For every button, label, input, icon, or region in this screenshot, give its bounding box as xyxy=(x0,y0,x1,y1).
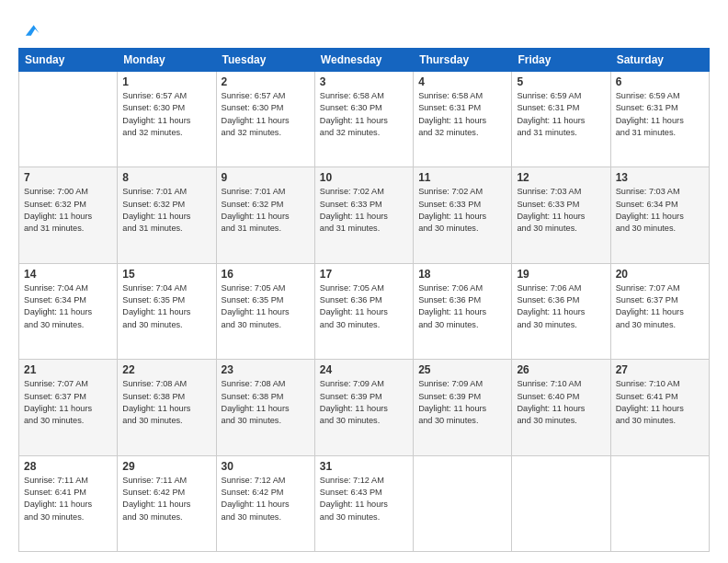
day-info: Sunrise: 7:11 AM Sunset: 6:42 PM Dayligh… xyxy=(122,475,210,523)
day-info: Sunrise: 7:05 AM Sunset: 6:36 PM Dayligh… xyxy=(320,282,408,331)
day-number: 19 xyxy=(517,268,605,281)
week-row-1: 1Sunrise: 6:57 AM Sunset: 6:30 PM Daylig… xyxy=(19,72,710,167)
day-cell: 31Sunrise: 7:12 AM Sunset: 6:43 PM Dayli… xyxy=(314,455,413,551)
day-number: 15 xyxy=(122,268,210,281)
day-number: 12 xyxy=(517,171,605,184)
day-number: 31 xyxy=(320,460,408,473)
day-cell: 9Sunrise: 7:01 AM Sunset: 6:32 PM Daylig… xyxy=(216,167,314,263)
day-number: 26 xyxy=(517,363,605,376)
day-info: Sunrise: 7:12 AM Sunset: 6:43 PM Dayligh… xyxy=(320,475,408,523)
day-info: Sunrise: 7:05 AM Sunset: 6:35 PM Dayligh… xyxy=(222,282,310,331)
day-info: Sunrise: 6:58 AM Sunset: 6:30 PM Dayligh… xyxy=(320,90,408,139)
day-cell: 13Sunrise: 7:03 AM Sunset: 6:34 PM Dayli… xyxy=(610,167,709,263)
day-cell: 20Sunrise: 7:07 AM Sunset: 6:37 PM Dayli… xyxy=(610,263,709,359)
day-number: 5 xyxy=(517,75,605,88)
day-number: 3 xyxy=(320,75,408,88)
day-number: 18 xyxy=(418,268,506,281)
day-number: 13 xyxy=(616,171,704,184)
day-cell: 21Sunrise: 7:07 AM Sunset: 6:37 PM Dayli… xyxy=(19,360,118,455)
day-info: Sunrise: 7:09 AM Sunset: 6:39 PM Dayligh… xyxy=(418,378,506,427)
day-number: 24 xyxy=(320,363,408,376)
day-info: Sunrise: 7:10 AM Sunset: 6:41 PM Dayligh… xyxy=(616,378,704,427)
page: SundayMondayTuesdayWednesdayThursdayFrid… xyxy=(0,0,728,563)
day-cell: 17Sunrise: 7:05 AM Sunset: 6:36 PM Dayli… xyxy=(314,263,413,359)
day-cell: 14Sunrise: 7:04 AM Sunset: 6:34 PM Dayli… xyxy=(19,263,118,359)
day-header-thursday: Thursday xyxy=(414,49,512,72)
day-number: 14 xyxy=(24,268,112,281)
header xyxy=(18,17,710,40)
day-info: Sunrise: 7:01 AM Sunset: 6:32 PM Dayligh… xyxy=(122,186,210,235)
day-info: Sunrise: 6:58 AM Sunset: 6:31 PM Dayligh… xyxy=(418,90,506,139)
day-header-monday: Monday xyxy=(118,49,216,72)
day-info: Sunrise: 7:11 AM Sunset: 6:41 PM Dayligh… xyxy=(24,475,112,523)
day-number: 22 xyxy=(122,363,210,376)
week-row-2: 7Sunrise: 7:00 AM Sunset: 6:32 PM Daylig… xyxy=(19,167,710,263)
day-cell: 29Sunrise: 7:11 AM Sunset: 6:42 PM Dayli… xyxy=(118,455,216,551)
day-info: Sunrise: 7:06 AM Sunset: 6:36 PM Dayligh… xyxy=(517,282,605,331)
day-header-friday: Friday xyxy=(512,49,610,72)
logo xyxy=(18,20,40,40)
day-header-saturday: Saturday xyxy=(610,49,709,72)
day-cell: 16Sunrise: 7:05 AM Sunset: 6:35 PM Dayli… xyxy=(216,263,314,359)
svg-marker-0 xyxy=(26,25,40,36)
day-number: 28 xyxy=(24,460,112,473)
day-cell: 19Sunrise: 7:06 AM Sunset: 6:36 PM Dayli… xyxy=(512,263,610,359)
header-row: SundayMondayTuesdayWednesdayThursdayFrid… xyxy=(19,49,710,72)
day-cell: 2Sunrise: 6:57 AM Sunset: 6:30 PM Daylig… xyxy=(216,72,314,167)
day-cell: 12Sunrise: 7:03 AM Sunset: 6:33 PM Dayli… xyxy=(512,167,610,263)
day-cell: 7Sunrise: 7:00 AM Sunset: 6:32 PM Daylig… xyxy=(19,167,118,263)
day-info: Sunrise: 7:06 AM Sunset: 6:36 PM Dayligh… xyxy=(418,282,506,331)
day-header-sunday: Sunday xyxy=(19,49,118,72)
day-cell: 30Sunrise: 7:12 AM Sunset: 6:42 PM Dayli… xyxy=(216,455,314,551)
day-info: Sunrise: 6:59 AM Sunset: 6:31 PM Dayligh… xyxy=(616,90,704,139)
day-number: 29 xyxy=(122,460,210,473)
week-row-3: 14Sunrise: 7:04 AM Sunset: 6:34 PM Dayli… xyxy=(19,263,710,359)
day-cell: 10Sunrise: 7:02 AM Sunset: 6:33 PM Dayli… xyxy=(314,167,413,263)
day-number: 7 xyxy=(24,171,112,184)
week-row-4: 21Sunrise: 7:07 AM Sunset: 6:37 PM Dayli… xyxy=(19,360,710,455)
day-info: Sunrise: 7:04 AM Sunset: 6:35 PM Dayligh… xyxy=(122,282,210,331)
day-info: Sunrise: 6:57 AM Sunset: 6:30 PM Dayligh… xyxy=(122,90,210,139)
logo-icon xyxy=(20,20,40,40)
day-info: Sunrise: 6:59 AM Sunset: 6:31 PM Dayligh… xyxy=(517,90,605,139)
day-number: 8 xyxy=(122,171,210,184)
day-info: Sunrise: 7:09 AM Sunset: 6:39 PM Dayligh… xyxy=(320,378,408,427)
day-cell: 25Sunrise: 7:09 AM Sunset: 6:39 PM Dayli… xyxy=(414,360,512,455)
day-cell: 28Sunrise: 7:11 AM Sunset: 6:41 PM Dayli… xyxy=(19,455,118,551)
day-cell: 26Sunrise: 7:10 AM Sunset: 6:40 PM Dayli… xyxy=(512,360,610,455)
day-cell: 18Sunrise: 7:06 AM Sunset: 6:36 PM Dayli… xyxy=(414,263,512,359)
day-info: Sunrise: 7:02 AM Sunset: 6:33 PM Dayligh… xyxy=(418,186,506,235)
day-info: Sunrise: 7:04 AM Sunset: 6:34 PM Dayligh… xyxy=(24,282,112,331)
day-cell: 15Sunrise: 7:04 AM Sunset: 6:35 PM Dayli… xyxy=(118,263,216,359)
day-cell: 23Sunrise: 7:08 AM Sunset: 6:38 PM Dayli… xyxy=(216,360,314,455)
day-number: 10 xyxy=(320,171,408,184)
day-number: 20 xyxy=(616,268,704,281)
day-number: 27 xyxy=(616,363,704,376)
day-info: Sunrise: 7:02 AM Sunset: 6:33 PM Dayligh… xyxy=(320,186,408,235)
day-number: 9 xyxy=(222,171,310,184)
day-info: Sunrise: 7:08 AM Sunset: 6:38 PM Dayligh… xyxy=(122,378,210,427)
day-number: 21 xyxy=(24,363,112,376)
day-cell xyxy=(19,72,118,167)
day-number: 1 xyxy=(122,75,210,88)
day-cell: 27Sunrise: 7:10 AM Sunset: 6:41 PM Dayli… xyxy=(610,360,709,455)
day-info: Sunrise: 7:03 AM Sunset: 6:33 PM Dayligh… xyxy=(517,186,605,235)
day-info: Sunrise: 7:07 AM Sunset: 6:37 PM Dayligh… xyxy=(24,378,112,427)
day-info: Sunrise: 7:01 AM Sunset: 6:32 PM Dayligh… xyxy=(222,186,310,235)
day-cell: 24Sunrise: 7:09 AM Sunset: 6:39 PM Dayli… xyxy=(314,360,413,455)
day-cell: 22Sunrise: 7:08 AM Sunset: 6:38 PM Dayli… xyxy=(118,360,216,455)
day-number: 25 xyxy=(418,363,506,376)
day-number: 30 xyxy=(222,460,310,473)
day-number: 4 xyxy=(418,75,506,88)
day-cell xyxy=(414,455,512,551)
day-cell xyxy=(512,455,610,551)
day-number: 2 xyxy=(222,75,310,88)
day-info: Sunrise: 7:00 AM Sunset: 6:32 PM Dayligh… xyxy=(24,186,112,235)
day-cell: 5Sunrise: 6:59 AM Sunset: 6:31 PM Daylig… xyxy=(512,72,610,167)
day-info: Sunrise: 6:57 AM Sunset: 6:30 PM Dayligh… xyxy=(222,90,310,139)
day-cell: 4Sunrise: 6:58 AM Sunset: 6:31 PM Daylig… xyxy=(414,72,512,167)
day-info: Sunrise: 7:07 AM Sunset: 6:37 PM Dayligh… xyxy=(616,282,704,331)
day-info: Sunrise: 7:03 AM Sunset: 6:34 PM Dayligh… xyxy=(616,186,704,235)
day-header-wednesday: Wednesday xyxy=(314,49,413,72)
day-number: 11 xyxy=(418,171,506,184)
